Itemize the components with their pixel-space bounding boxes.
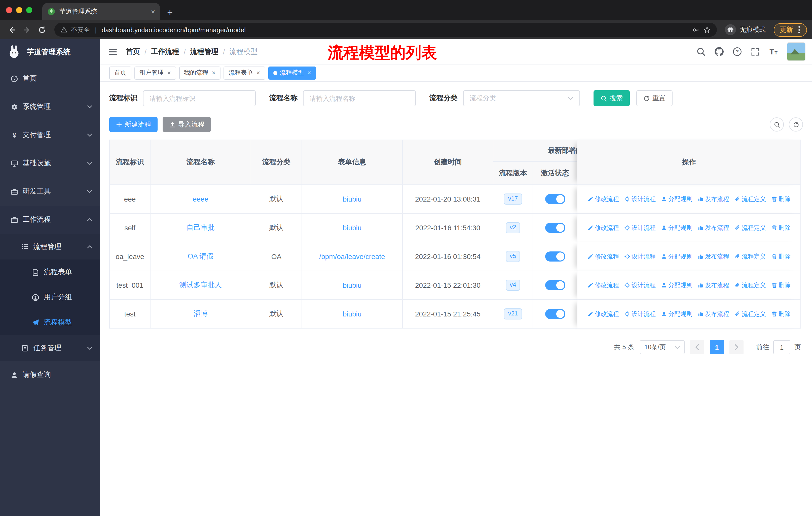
forward-button[interactable] [20, 23, 33, 36]
tab-close-icon[interactable]: × [151, 8, 155, 15]
close-window-button[interactable] [6, 7, 12, 13]
design-process-link[interactable]: 设计流程 [624, 281, 656, 290]
breadcrumb-item[interactable]: 首页 [126, 47, 140, 56]
fullscreen-icon[interactable] [751, 47, 760, 56]
category-select[interactable]: 流程分类 [463, 90, 580, 106]
sidebar-item-payment[interactable]: ¥支付管理 [0, 121, 100, 149]
url-bar[interactable]: 不安全 | dashboard.yudao.iocoder.cn/bpm/man… [54, 23, 717, 37]
active-toggle[interactable] [545, 251, 565, 262]
help-icon[interactable]: ? [732, 47, 742, 56]
process-name-link[interactable]: OA 请假 [188, 252, 214, 261]
process-name-link[interactable]: 自己审批 [186, 223, 215, 232]
version-badge[interactable]: v17 [504, 193, 522, 204]
modify-process-link[interactable]: 修改流程 [587, 195, 619, 203]
version-badge[interactable]: v2 [506, 222, 520, 233]
logo-row[interactable]: 芋道管理系统 [0, 39, 100, 64]
publish-process-link[interactable]: 发布流程 [697, 281, 729, 290]
sidebar-item-task-mgmt[interactable]: 任务管理 [0, 335, 100, 361]
sidebar-item-devtools[interactable]: 研发工具 [0, 178, 100, 206]
page-tag-process-form[interactable]: 流程表单× [224, 66, 265, 79]
create-process-button[interactable]: 新建流程 [109, 117, 157, 132]
version-badge[interactable]: v5 [506, 251, 520, 262]
publish-process-link[interactable]: 发布流程 [697, 223, 729, 232]
reload-button[interactable] [35, 23, 48, 36]
breadcrumb-item[interactable]: 流程管理 [190, 47, 219, 56]
reset-button[interactable]: 重置 [636, 90, 672, 106]
publish-process-link[interactable]: 发布流程 [697, 310, 729, 318]
modify-process-link[interactable]: 修改流程 [587, 252, 619, 261]
tag-close-icon[interactable]: × [308, 70, 311, 76]
prev-page-button[interactable] [690, 340, 704, 354]
hamburger-icon[interactable] [108, 47, 118, 57]
tag-close-icon[interactable]: × [256, 70, 260, 76]
publish-process-link[interactable]: 发布流程 [697, 252, 729, 261]
form-info-link[interactable]: biubiu [343, 195, 362, 203]
design-process-link[interactable]: 设计流程 [624, 195, 656, 203]
delete-link[interactable]: 删除 [771, 195, 791, 203]
github-icon[interactable] [714, 47, 724, 56]
refresh-table-button[interactable] [789, 117, 803, 132]
design-process-link[interactable]: 设计流程 [624, 252, 656, 261]
assign-rule-link[interactable]: 分配规则 [661, 252, 692, 261]
page-tag-tenant[interactable]: 租户管理× [135, 66, 176, 79]
assign-rule-link[interactable]: 分配规则 [661, 223, 692, 232]
form-info-link[interactable]: /bpm/oa/leave/create [319, 252, 385, 261]
active-toggle[interactable] [545, 194, 565, 204]
design-process-link[interactable]: 设计流程 [624, 310, 656, 318]
process-definition-link[interactable]: 流程定义 [734, 310, 766, 318]
active-toggle[interactable] [545, 223, 565, 233]
form-info-link[interactable]: biubiu [343, 224, 362, 232]
sidebar-item-home[interactable]: 首页 [0, 64, 100, 93]
version-badge[interactable]: v21 [504, 308, 522, 319]
publish-process-link[interactable]: 发布流程 [697, 195, 729, 203]
search-icon[interactable] [696, 47, 706, 56]
sidebar-item-workflow[interactable]: 工作流程 [0, 206, 100, 234]
goto-page-input[interactable] [773, 340, 790, 354]
import-process-button[interactable]: 导入流程 [163, 117, 211, 132]
page-tag-my-process[interactable]: 我的流程× [179, 66, 221, 79]
page-tag-process-model[interactable]: 流程模型× [268, 66, 316, 79]
modify-process-link[interactable]: 修改流程 [587, 281, 619, 290]
process-definition-link[interactable]: 流程定义 [734, 252, 766, 261]
process-name-link[interactable]: 测试多审批人 [179, 281, 222, 290]
process-name-link[interactable]: eeee [193, 195, 208, 203]
active-toggle[interactable] [545, 280, 565, 290]
bookmark-star-icon[interactable] [703, 26, 711, 33]
version-badge[interactable]: v4 [506, 280, 520, 291]
user-avatar[interactable] [787, 42, 806, 61]
browser-menu-icon[interactable] [798, 25, 801, 34]
process-definition-link[interactable]: 流程定义 [734, 281, 766, 290]
design-process-link[interactable]: 设计流程 [624, 223, 656, 232]
show-search-button[interactable] [770, 117, 784, 132]
process-key-input[interactable] [143, 90, 256, 106]
page-tag-home[interactable]: 首页 [109, 66, 132, 79]
back-button[interactable] [5, 23, 18, 36]
process-definition-link[interactable]: 流程定义 [734, 223, 766, 232]
active-toggle[interactable] [545, 309, 565, 319]
form-info-link[interactable]: biubiu [343, 281, 362, 289]
page-size-select[interactable]: 10条/页 [640, 340, 685, 354]
delete-link[interactable]: 删除 [771, 281, 791, 290]
process-definition-link[interactable]: 流程定义 [734, 195, 766, 203]
sidebar-item-leave-query[interactable]: 请假查询 [0, 361, 100, 389]
new-tab-button[interactable]: + [167, 7, 173, 17]
sidebar-item-system[interactable]: 系统管理 [0, 93, 100, 121]
sidebar-item-user-group[interactable]: 用户分组 [0, 285, 100, 310]
zoom-window-button[interactable] [26, 7, 32, 13]
sidebar-item-process-model[interactable]: 流程模型 [0, 310, 100, 335]
minimize-window-button[interactable] [16, 7, 22, 13]
process-name-input[interactable] [303, 90, 416, 106]
next-page-button[interactable] [729, 340, 744, 354]
breadcrumb-item[interactable]: 工作流程 [151, 47, 179, 56]
delete-link[interactable]: 删除 [771, 310, 791, 318]
modify-process-link[interactable]: 修改流程 [587, 310, 619, 318]
assign-rule-link[interactable]: 分配规则 [661, 281, 692, 290]
page-number-1[interactable]: 1 [710, 340, 724, 354]
form-info-link[interactable]: biubiu [343, 310, 362, 318]
font-size-icon[interactable]: TT [769, 47, 778, 56]
process-name-link[interactable]: 滔博 [194, 309, 208, 319]
search-button[interactable]: 搜索 [593, 90, 630, 106]
tag-close-icon[interactable]: × [212, 70, 215, 76]
assign-rule-link[interactable]: 分配规则 [661, 195, 692, 203]
delete-link[interactable]: 删除 [771, 223, 791, 232]
